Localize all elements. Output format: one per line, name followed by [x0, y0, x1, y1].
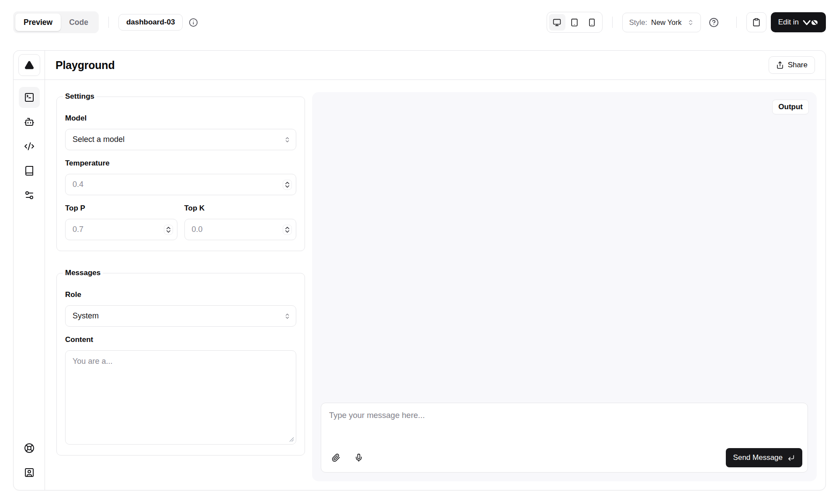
- divider: [612, 17, 613, 28]
- smartphone-icon: [588, 18, 596, 27]
- top-k-label: Top K: [184, 204, 297, 213]
- mic-icon: [354, 453, 363, 462]
- model-select[interactable]: Select a model: [65, 129, 296, 150]
- edit-in-v0-label: Edit in: [778, 18, 799, 27]
- sidebar-item-help[interactable]: [19, 438, 40, 459]
- app-sidebar: [14, 51, 45, 490]
- sidebar-item-playground[interactable]: [19, 87, 40, 108]
- style-select[interactable]: Style: New York: [622, 13, 701, 32]
- model-label: Model: [65, 114, 296, 123]
- home-logo-button[interactable]: [18, 54, 40, 76]
- output-badge: Output: [772, 100, 809, 114]
- share-button-label: Share: [788, 61, 808, 69]
- number-stepper[interactable]: [164, 224, 173, 235]
- preview-code-tab-group: Preview Code: [13, 11, 99, 33]
- temperature-input[interactable]: [65, 174, 296, 195]
- top-k-input[interactable]: [184, 219, 297, 240]
- code-icon: [24, 141, 35, 152]
- playground-app-card: Playground Share Settings Model Select a…: [13, 50, 826, 490]
- role-select-value: System: [73, 311, 99, 321]
- settings-form: Settings Model Select a model Temperatur…: [56, 92, 305, 481]
- book-icon: [24, 166, 35, 176]
- tablet-view-button[interactable]: [566, 14, 583, 31]
- chat-message-input[interactable]: [321, 403, 808, 443]
- messages-fieldset: Messages Role System Content: [56, 269, 305, 456]
- settings-legend: Settings: [63, 92, 97, 101]
- copy-code-button[interactable]: [746, 12, 766, 32]
- help-icon[interactable]: [709, 17, 719, 28]
- info-icon[interactable]: [189, 18, 198, 27]
- device-toggle-group: [547, 12, 603, 33]
- sidebar-item-documentation[interactable]: [19, 160, 40, 181]
- divider: [108, 17, 109, 28]
- edit-in-v0-button[interactable]: Edit in: [771, 12, 826, 32]
- settings-sliders-icon: [24, 190, 35, 200]
- style-select-label: Style:: [629, 18, 647, 27]
- content-textarea[interactable]: [65, 350, 296, 445]
- square-terminal-icon: [24, 92, 35, 103]
- chat-form: Send Message: [321, 403, 808, 473]
- app-header: Playground Share: [45, 51, 825, 80]
- microphone-button[interactable]: [349, 448, 368, 467]
- number-stepper[interactable]: [283, 180, 292, 190]
- monitor-icon: [553, 18, 561, 27]
- sidebar-nav: [14, 80, 45, 438]
- tab-preview[interactable]: Preview: [15, 14, 61, 31]
- model-select-value: Select a model: [73, 135, 125, 144]
- share-button[interactable]: Share: [769, 56, 815, 74]
- sidebar-item-api[interactable]: [19, 136, 40, 157]
- preview-toolbar: Preview Code dashboard-03 Style: New Yor…: [0, 0, 839, 50]
- sidebar-logo-section: [14, 51, 45, 80]
- chevrons-up-down-icon: [284, 313, 291, 319]
- sidebar-item-settings[interactable]: [19, 185, 40, 206]
- corner-down-left-icon: [787, 454, 795, 462]
- temperature-label: Temperature: [65, 159, 296, 168]
- v0-logo-icon: [803, 19, 818, 26]
- style-select-value: New York: [651, 18, 682, 27]
- sidebar-item-account[interactable]: [19, 462, 40, 483]
- role-label: Role: [65, 290, 296, 299]
- bot-icon: [24, 117, 35, 127]
- role-select[interactable]: System: [65, 305, 296, 327]
- square-user-icon: [24, 467, 35, 478]
- top-p-input[interactable]: [65, 219, 177, 240]
- paperclip-icon: [332, 453, 340, 462]
- number-stepper[interactable]: [283, 224, 292, 235]
- share-icon: [776, 61, 784, 69]
- send-message-button[interactable]: Send Message: [726, 448, 802, 467]
- app-main: Settings Model Select a model Temperatur…: [45, 80, 825, 490]
- tab-code[interactable]: Code: [61, 14, 97, 31]
- mobile-view-button[interactable]: [584, 14, 600, 31]
- tablet-icon: [570, 18, 579, 27]
- chevrons-up-down-icon: [687, 19, 694, 26]
- clipboard-icon: [752, 18, 761, 27]
- attach-file-button[interactable]: [326, 448, 346, 467]
- chevrons-up-down-icon: [284, 136, 291, 143]
- page-title: Playground: [55, 59, 115, 72]
- sidebar-item-models[interactable]: [19, 111, 40, 132]
- output-panel: Output Send Message: [312, 92, 817, 481]
- settings-fieldset: Settings Model Select a model Temperatur…: [56, 92, 305, 251]
- send-message-label: Send Message: [733, 453, 783, 462]
- sidebar-nav-bottom: [14, 438, 45, 490]
- triangle-logo-icon: [24, 60, 34, 70]
- top-p-label: Top P: [65, 204, 177, 213]
- life-buoy-icon: [24, 443, 35, 453]
- desktop-view-button[interactable]: [549, 14, 565, 31]
- divider: [736, 17, 737, 28]
- content-label: Content: [65, 335, 296, 344]
- block-name-badge: dashboard-03: [118, 14, 183, 31]
- messages-legend: Messages: [63, 269, 103, 277]
